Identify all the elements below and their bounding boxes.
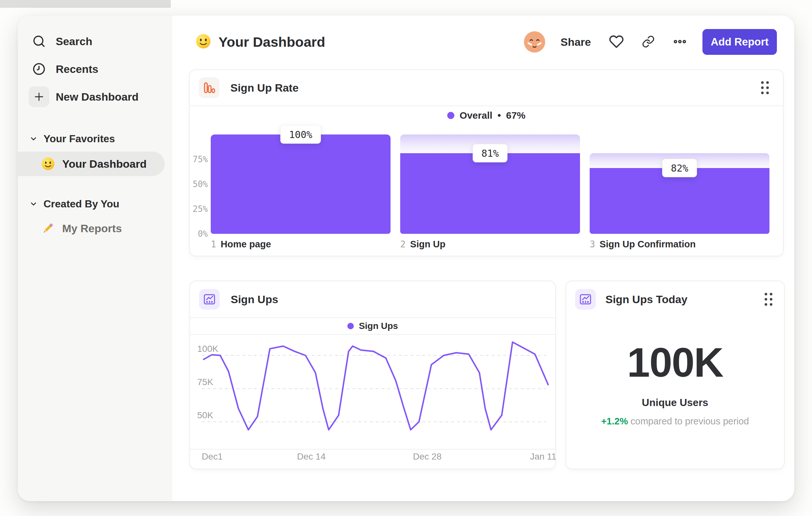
- legend-name: Overall: [460, 110, 492, 121]
- avatar[interactable]: [524, 31, 545, 53]
- step-number: 1: [211, 239, 216, 250]
- x-tick-label: Dec1: [202, 452, 223, 462]
- funnel-step-labels: 1Home page2Sign Up3Sign Up Confirmation: [211, 239, 770, 250]
- pencil-emoji: [41, 221, 55, 236]
- x-tick-label: Jan 11: [530, 452, 556, 462]
- y-tick-label: 25%: [193, 204, 208, 214]
- divider: [190, 317, 555, 318]
- metric-delta: +1.2% compared to previous period: [566, 416, 784, 427]
- y-tick-label: 100K: [197, 344, 218, 354]
- line-chart-icon: [575, 289, 596, 309]
- favorite-heart-button[interactable]: [609, 34, 624, 50]
- delta-note: compared to previous period: [631, 416, 749, 426]
- metric-value: 100K: [566, 338, 784, 386]
- sidebar-item-search[interactable]: Search: [18, 27, 172, 55]
- step-name: Sign Up: [410, 239, 446, 250]
- line-chart-icon: [199, 289, 220, 309]
- plus-icon: [29, 86, 49, 107]
- step-name: Home page: [221, 239, 271, 250]
- funnel-legend: Overall • 67%: [190, 110, 783, 121]
- search-icon: [31, 33, 47, 49]
- sidebar: Search Recents New Dashboard Your Favori…: [18, 16, 172, 501]
- clock-icon: [31, 61, 47, 77]
- divider: [190, 334, 555, 335]
- funnel-y-axis: 75%50%25%0%: [190, 127, 208, 234]
- chevron-down-icon: [29, 134, 38, 143]
- step-name: Sign Up Confirmation: [600, 239, 696, 250]
- y-tick-label: 50K: [197, 410, 213, 420]
- sidebar-section-your-favorites[interactable]: Your Favorites: [18, 127, 172, 150]
- legend-dot: [447, 112, 454, 119]
- x-tick-label: Dec 28: [413, 452, 442, 462]
- chevron-down-icon: [29, 200, 38, 208]
- sidebar-item-label: Recents: [56, 63, 98, 76]
- screen: Search Recents New Dashboard Your Favori…: [0, 0, 812, 516]
- card-title: Sign Ups: [231, 293, 278, 306]
- ellipsis-icon: [673, 34, 687, 50]
- link-icon: [642, 35, 655, 49]
- divider: [190, 105, 783, 106]
- header-actions: Share: [524, 29, 777, 55]
- funnel-bar-converted-segment: [400, 153, 580, 234]
- sidebar-item-label: New Dashboard: [56, 91, 139, 103]
- legend-value: 67%: [506, 110, 526, 121]
- y-tick-label: 0%: [198, 229, 208, 239]
- smiley-emoji: [41, 157, 55, 171]
- app-window: Search Recents New Dashboard Your Favori…: [18, 16, 794, 501]
- sign-ups-line-chart: [190, 339, 555, 449]
- delta-percent: +1.2%: [601, 416, 628, 426]
- conversion-label: 100%: [280, 125, 321, 143]
- funnel-bar-converted-segment: [211, 134, 390, 234]
- funnel-step-label: 3Sign Up Confirmation: [590, 239, 770, 250]
- funnel-bar[interactable]: 81%: [400, 127, 580, 234]
- section-title-label: Created By You: [44, 198, 119, 210]
- sidebar-item-label: My Reports: [62, 222, 122, 235]
- sidebar-item-recents[interactable]: Recents: [18, 55, 172, 83]
- main-content: Your Dashboard Share: [172, 16, 794, 501]
- sidebar-item-new-dashboard[interactable]: New Dashboard: [18, 83, 172, 111]
- legend-name: Sign Ups: [359, 321, 398, 331]
- card-header: Sign Ups: [190, 281, 555, 317]
- card-sign-ups: Sign Ups Sign Ups 100K75K50K Dec1Dec 14D…: [190, 280, 556, 469]
- card-sign-up-rate: Sign Up Rate Overall • 67% 75%50%25%0% 1…: [189, 69, 784, 256]
- y-tick-label: 75%: [193, 155, 208, 164]
- funnel-step-label: 1Home page: [211, 239, 390, 250]
- line-legend: Sign Ups: [190, 321, 555, 331]
- smiley-emoji: [195, 33, 211, 51]
- metric-label: Unique Users: [566, 397, 784, 409]
- funnel-bar-converted-segment: [590, 168, 770, 234]
- sidebar-item-label: Your Dashboard: [62, 158, 147, 170]
- drag-handle[interactable]: [761, 81, 769, 94]
- sidebar-item-your-dashboard[interactable]: Your Dashboard: [18, 152, 165, 176]
- section-title-label: Your Favorites: [44, 133, 115, 145]
- conversion-label: 82%: [662, 159, 697, 178]
- dashboard-header: Your Dashboard Share: [195, 28, 777, 55]
- funnel-bar[interactable]: 82%: [590, 127, 770, 234]
- page-title: Your Dashboard: [195, 33, 325, 51]
- bar-chart-icon: [199, 77, 220, 98]
- y-tick-label: 50%: [193, 179, 208, 189]
- step-number: 3: [590, 239, 595, 250]
- card-sign-ups-today: Sign Ups Today 100K Unique Users +1.2% c…: [566, 280, 785, 469]
- share-button[interactable]: Share: [561, 36, 591, 48]
- drag-handle[interactable]: [765, 293, 772, 306]
- x-tick-label: Dec 14: [297, 452, 326, 462]
- card-header: Sign Ups Today: [566, 281, 784, 317]
- more-options-button[interactable]: [673, 34, 687, 50]
- card-header: Sign Up Rate: [190, 70, 783, 105]
- conversion-label: 81%: [473, 144, 508, 163]
- page-title-text: Your Dashboard: [219, 34, 325, 50]
- legend-separator: •: [497, 110, 501, 121]
- card-title: Sign Up Rate: [230, 82, 299, 94]
- funnel-bar[interactable]: 100%: [211, 127, 390, 234]
- funnel-bars: 100%81%82%: [211, 127, 770, 234]
- card-title: Sign Ups Today: [605, 293, 687, 306]
- legend-dot: [347, 323, 354, 329]
- step-number: 2: [400, 239, 406, 250]
- sidebar-item-my-reports[interactable]: My Reports: [18, 216, 172, 241]
- copy-link-button[interactable]: [642, 35, 655, 49]
- heart-icon: [609, 34, 624, 50]
- add-report-button[interactable]: Add Report: [702, 29, 777, 55]
- sidebar-section-created-by-you[interactable]: Created By You: [18, 193, 172, 215]
- divider: [190, 449, 555, 450]
